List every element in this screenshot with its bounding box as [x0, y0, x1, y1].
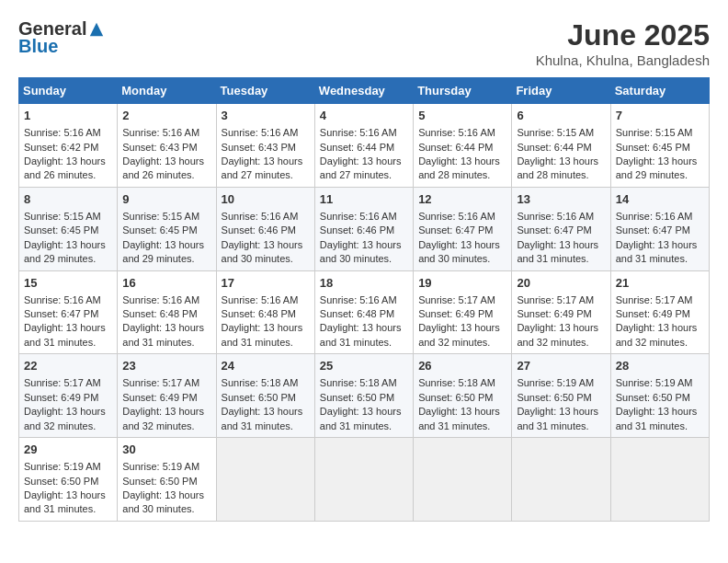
day-cell-30: 30 Sunrise: 5:19 AM Sunset: 6:50 PM Dayl…	[118, 438, 216, 522]
day-cell-25: 25 Sunrise: 5:18 AM Sunset: 6:50 PM Dayl…	[314, 354, 413, 438]
sunrise: Sunrise: 5:16 AM	[24, 294, 101, 305]
sunrise: Sunrise: 5:16 AM	[222, 294, 299, 305]
daylight: Daylight: 13 hours and 27 minutes.	[320, 155, 402, 180]
daylight: Daylight: 13 hours and 29 minutes.	[24, 239, 106, 264]
daylight: Daylight: 13 hours and 30 minutes.	[222, 239, 303, 264]
empty-cell	[512, 438, 610, 522]
sunrise: Sunrise: 5:19 AM	[122, 461, 199, 472]
page-header: General Blue June 2025 Khulna, Khulna, B…	[18, 18, 710, 68]
day-cell-12: 12 Sunrise: 5:16 AM Sunset: 6:47 PM Dayl…	[414, 187, 512, 270]
daylight: Daylight: 13 hours and 31 minutes.	[517, 239, 598, 264]
day-cell-8: 8 Sunrise: 5:15 AM Sunset: 6:45 PM Dayli…	[19, 187, 118, 270]
sunset: Sunset: 6:43 PM	[122, 142, 197, 153]
weekday-header-saturday: Saturday	[610, 78, 709, 104]
daylight: Daylight: 13 hours and 27 minutes.	[222, 155, 303, 180]
daylight: Daylight: 13 hours and 30 minutes.	[320, 239, 402, 264]
sunset: Sunset: 6:49 PM	[616, 308, 690, 319]
sunrise: Sunrise: 5:17 AM	[517, 294, 594, 305]
calendar-week-2: 8 Sunrise: 5:15 AM Sunset: 6:45 PM Dayli…	[19, 187, 710, 270]
sunrise: Sunrise: 5:18 AM	[320, 377, 397, 388]
daylight: Daylight: 13 hours and 28 minutes.	[418, 155, 500, 180]
day-number: 16	[122, 275, 210, 292]
day-number: 19	[418, 275, 506, 292]
calendar-week-4: 22 Sunrise: 5:17 AM Sunset: 6:49 PM Dayl…	[19, 354, 710, 438]
day-cell-20: 20 Sunrise: 5:17 AM Sunset: 6:49 PM Dayl…	[512, 270, 610, 354]
logo-blue: Blue	[18, 36, 58, 57]
sunset: Sunset: 6:50 PM	[320, 392, 394, 403]
daylight: Daylight: 13 hours and 30 minutes.	[418, 239, 500, 264]
daylight: Daylight: 13 hours and 31 minutes.	[517, 406, 598, 431]
month-title: June 2025	[536, 18, 710, 52]
day-number: 1	[24, 108, 112, 124]
day-number: 27	[517, 358, 605, 374]
location: Khulna, Khulna, Bangladesh	[536, 52, 710, 68]
day-number: 11	[320, 191, 408, 208]
sunrise: Sunrise: 5:19 AM	[24, 461, 101, 472]
sunset: Sunset: 6:47 PM	[24, 308, 98, 319]
sunset: Sunset: 6:46 PM	[222, 224, 296, 236]
weekday-header-sunday: Sunday	[19, 78, 118, 104]
sunrise: Sunrise: 5:17 AM	[122, 377, 199, 388]
sunset: Sunset: 6:47 PM	[418, 224, 493, 236]
day-cell-5: 5 Sunrise: 5:16 AM Sunset: 6:44 PM Dayli…	[414, 104, 512, 188]
sunrise: Sunrise: 5:15 AM	[122, 211, 199, 222]
sunrise: Sunrise: 5:15 AM	[24, 211, 101, 222]
day-number: 6	[517, 108, 605, 124]
day-number: 28	[616, 358, 704, 374]
sunset: Sunset: 6:48 PM	[320, 308, 394, 319]
day-number: 4	[320, 108, 408, 124]
sunset: Sunset: 6:45 PM	[24, 224, 98, 236]
day-cell-23: 23 Sunrise: 5:17 AM Sunset: 6:49 PM Dayl…	[118, 354, 216, 438]
sunset: Sunset: 6:50 PM	[418, 392, 493, 403]
day-number: 21	[616, 275, 704, 292]
sunset: Sunset: 6:44 PM	[418, 142, 493, 153]
day-number: 17	[222, 275, 310, 292]
calendar-week-3: 15 Sunrise: 5:16 AM Sunset: 6:47 PM Dayl…	[19, 270, 710, 354]
empty-cell	[314, 438, 413, 522]
daylight: Daylight: 13 hours and 31 minutes.	[122, 322, 204, 347]
daylight: Daylight: 13 hours and 32 minutes.	[517, 322, 598, 347]
day-cell-9: 9 Sunrise: 5:15 AM Sunset: 6:45 PM Dayli…	[118, 187, 216, 270]
sunrise: Sunrise: 5:17 AM	[24, 377, 101, 388]
empty-cell	[414, 438, 512, 522]
logo-icon	[88, 21, 105, 38]
calendar-week-5: 29 Sunrise: 5:19 AM Sunset: 6:50 PM Dayl…	[19, 438, 710, 522]
sunrise: Sunrise: 5:16 AM	[320, 211, 397, 222]
sunset: Sunset: 6:45 PM	[122, 224, 197, 236]
daylight: Daylight: 13 hours and 32 minutes.	[122, 406, 204, 431]
sunset: Sunset: 6:50 PM	[517, 392, 591, 403]
day-cell-11: 11 Sunrise: 5:16 AM Sunset: 6:46 PM Dayl…	[314, 187, 413, 270]
daylight: Daylight: 13 hours and 31 minutes.	[320, 406, 402, 431]
daylight: Daylight: 13 hours and 32 minutes.	[418, 322, 500, 347]
sunrise: Sunrise: 5:19 AM	[616, 377, 693, 388]
daylight: Daylight: 13 hours and 31 minutes.	[24, 489, 106, 514]
daylight: Daylight: 13 hours and 31 minutes.	[616, 406, 698, 431]
sunset: Sunset: 6:43 PM	[222, 142, 296, 153]
sunrise: Sunrise: 5:17 AM	[616, 294, 693, 305]
sunrise: Sunrise: 5:16 AM	[222, 211, 299, 222]
sunrise: Sunrise: 5:16 AM	[418, 211, 495, 222]
sunrise: Sunrise: 5:16 AM	[320, 127, 397, 138]
daylight: Daylight: 13 hours and 31 minutes.	[222, 406, 303, 431]
day-number: 23	[122, 358, 210, 374]
day-cell-26: 26 Sunrise: 5:18 AM Sunset: 6:50 PM Dayl…	[414, 354, 512, 438]
sunset: Sunset: 6:49 PM	[24, 392, 98, 403]
title-block: June 2025 Khulna, Khulna, Bangladesh	[536, 18, 710, 68]
weekday-header-tuesday: Tuesday	[216, 78, 314, 104]
svg-marker-0	[90, 22, 103, 35]
sunrise: Sunrise: 5:15 AM	[517, 127, 594, 138]
day-number: 10	[222, 191, 310, 208]
sunset: Sunset: 6:47 PM	[616, 224, 690, 236]
weekday-header-monday: Monday	[118, 78, 216, 104]
sunset: Sunset: 6:49 PM	[517, 308, 591, 319]
day-number: 8	[24, 191, 112, 208]
daylight: Daylight: 13 hours and 31 minutes.	[418, 406, 500, 431]
sunset: Sunset: 6:50 PM	[616, 392, 690, 403]
day-cell-21: 21 Sunrise: 5:17 AM Sunset: 6:49 PM Dayl…	[610, 270, 709, 354]
sunset: Sunset: 6:48 PM	[122, 308, 197, 319]
day-cell-29: 29 Sunrise: 5:19 AM Sunset: 6:50 PM Dayl…	[19, 438, 118, 522]
empty-cell	[610, 438, 709, 522]
day-cell-2: 2 Sunrise: 5:16 AM Sunset: 6:43 PM Dayli…	[118, 104, 216, 188]
sunrise: Sunrise: 5:16 AM	[24, 127, 101, 138]
day-cell-18: 18 Sunrise: 5:16 AM Sunset: 6:48 PM Dayl…	[314, 270, 413, 354]
